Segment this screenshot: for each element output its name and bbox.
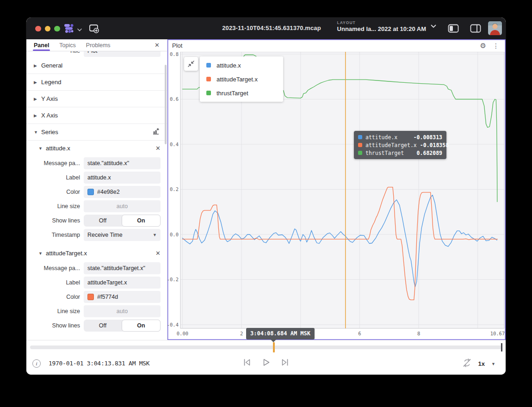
sidebar-section-series[interactable]: ▼ Series <box>26 124 167 141</box>
sidebar-section-legend[interactable]: ▶ Legend <box>26 74 167 91</box>
series-color-swatch <box>358 151 362 155</box>
legend-item[interactable]: thrustTarget <box>200 86 283 100</box>
layout-selector[interactable]: LAYOUT Unnamed la... 2022 at 10:20 AM <box>337 20 436 33</box>
sidebar-section-general[interactable]: ▶ General <box>26 57 167 74</box>
tab-panel[interactable]: Panel <box>34 39 49 51</box>
svg-text:0.2: 0.2 <box>170 186 179 192</box>
caret-down-icon: ▼ <box>38 251 46 256</box>
right-sidebar-toggle-icon[interactable] <box>470 24 481 35</box>
remove-series-icon[interactable]: ✕ <box>155 145 161 152</box>
color-row: Color #4e98e2 <box>26 185 167 199</box>
legend-item[interactable]: attitudeTarget.x <box>200 72 283 86</box>
tooltip-series-value: -0.008313 <box>414 134 442 141</box>
svg-text:0.6: 0.6 <box>170 96 179 102</box>
label-input[interactable]: attitudeTarget.x <box>84 277 161 289</box>
line-size-input[interactable]: auto <box>84 200 161 212</box>
tooltip-series-value: -0.018358 <box>420 142 449 148</box>
show-lines-row: Show lines Off On <box>26 213 167 228</box>
series-color-swatch <box>206 77 211 81</box>
show-lines-on-button[interactable]: On <box>122 320 161 332</box>
color-row: Color #f5774d <box>26 290 167 304</box>
series-color-swatch <box>206 63 211 68</box>
plot-panel-header: Plot ⚙ ⋮ <box>167 39 506 52</box>
legend-item[interactable]: attitude.x <box>200 58 283 72</box>
settings-gear-icon[interactable]: ⚙ <box>480 42 486 50</box>
svg-text:0.8: 0.8 <box>170 52 179 57</box>
svg-text:0.0: 0.0 <box>170 232 179 237</box>
app-menu-chevron-icon[interactable] <box>77 25 82 33</box>
avatar[interactable] <box>488 21 502 35</box>
window-title-filename: 2023-11-10T04:51:45.631370.mcap <box>202 25 341 31</box>
remove-series-icon[interactable]: ✕ <box>155 250 161 257</box>
seek-backward-button[interactable] <box>242 358 252 369</box>
chevron-down-icon: ▼ <box>153 233 157 237</box>
info-icon[interactable]: i <box>32 359 41 368</box>
play-button[interactable] <box>261 358 271 369</box>
current-timestamp[interactable]: 1970-01-01 3:04:13.831 AM MSK <box>49 360 149 367</box>
chevron-down-icon[interactable]: ▼ <box>491 362 495 366</box>
panel-title-input[interactable]: Plot <box>84 51 161 57</box>
collapse-legend-button[interactable] <box>184 57 198 71</box>
collapse-legend-icon <box>187 60 195 68</box>
zoom-window-icon[interactable] <box>54 26 60 32</box>
svg-text:0.00: 0.00 <box>177 331 188 336</box>
message-path-row: Message pa... state."attitude.x" <box>26 156 167 170</box>
sidebar-section-x-axis[interactable]: ▶ X Axis <box>26 107 167 124</box>
tooltip-row: attitude.x-0.008313 <box>358 133 442 141</box>
line-size-input[interactable]: auto <box>84 305 161 317</box>
playback-speed[interactable]: 1x <box>478 360 485 367</box>
show-lines-off-button[interactable]: Off <box>84 215 122 227</box>
timeline-scrubber[interactable] <box>30 345 502 349</box>
panel-title: Plot <box>172 42 182 49</box>
sidebar-section-y-axis[interactable]: ▶ Y Axis <box>26 91 167 107</box>
message-path-input[interactable]: state."attitude.x" <box>84 157 161 169</box>
seek-forward-button[interactable] <box>280 358 290 369</box>
series-color-swatch[interactable] <box>87 189 94 195</box>
legend-item-label: attitude.x <box>217 62 241 69</box>
sidebar-tabs: Panel Topics Problems ✕ <box>26 39 167 51</box>
settings-sidebar: Panel Topics Problems ✕ Title Plot ▶ Gen… <box>26 39 167 340</box>
kebab-menu-icon[interactable]: ⋮ <box>493 42 499 49</box>
foxglove-logo-icon[interactable] <box>63 23 74 36</box>
chart-legend: attitude.xattitudeTarget.xthrustTarget <box>200 56 283 102</box>
add-panel-icon[interactable] <box>88 23 99 36</box>
color-input[interactable]: #4e98e2 <box>84 186 161 198</box>
loop-off-icon[interactable] <box>462 358 472 369</box>
series-color-swatch[interactable] <box>87 294 94 300</box>
tooltip-row: thrustTarget0.682089 <box>358 149 442 157</box>
show-lines-toggle: Off On <box>84 320 161 332</box>
plot-panel[interactable]: Plot ⚙ ⋮ 0.80.60.40.20.0-0.2-0.40.002468… <box>167 39 506 340</box>
caret-right-icon: ▶ <box>34 97 41 101</box>
hover-tooltip-rows: attitude.x-0.008313attitudeTarget.x-0.01… <box>358 133 442 157</box>
caret-right-icon: ▶ <box>34 63 41 68</box>
message-path-input[interactable]: state."attitudeTarget.x" <box>84 262 161 274</box>
series-editor-header-attitude-x[interactable]: ▼ attitude.x ✕ <box>26 141 167 156</box>
show-lines-row: Show lines Off On <box>26 318 167 333</box>
tooltip-series-name: attitude.x <box>365 134 397 141</box>
add-series-icon[interactable] <box>152 128 160 136</box>
label-input[interactable]: attitude.x <box>84 172 161 184</box>
sidebar-scrollbar[interactable] <box>165 65 167 144</box>
left-sidebar-toggle-icon[interactable] <box>448 24 459 35</box>
tab-problems[interactable]: Problems <box>86 39 111 51</box>
playhead-marker[interactable] <box>273 342 275 352</box>
show-lines-on-button[interactable]: On <box>122 215 161 227</box>
minimize-window-icon[interactable] <box>45 26 51 32</box>
legend-items: attitude.xattitudeTarget.xthrustTarget <box>200 58 283 100</box>
title-field-label: Title <box>26 51 80 54</box>
show-lines-off-button[interactable]: Off <box>84 320 122 332</box>
scrubber-hover-tooltip: 3:04:08.684 AM MSK <box>246 328 315 339</box>
series-editor-header-attitude-target-x[interactable]: ▼ attitudeTarget.x ✕ <box>26 246 167 261</box>
svg-text:-0.4: -0.4 <box>167 322 179 327</box>
window-controls <box>35 26 60 32</box>
svg-text:8: 8 <box>417 331 420 336</box>
timestamp-select[interactable]: Receive Time ▼ <box>84 229 161 241</box>
clipped-title-row: Title Plot <box>26 51 167 57</box>
line-size-row: Line size auto <box>26 304 167 318</box>
color-input[interactable]: #f5774d <box>84 291 161 303</box>
close-icon[interactable]: ✕ <box>155 42 160 49</box>
close-window-icon[interactable] <box>35 26 41 32</box>
caret-right-icon: ▶ <box>34 80 41 85</box>
tab-topics[interactable]: Topics <box>59 39 75 51</box>
svg-text:10.67: 10.67 <box>490 331 505 336</box>
